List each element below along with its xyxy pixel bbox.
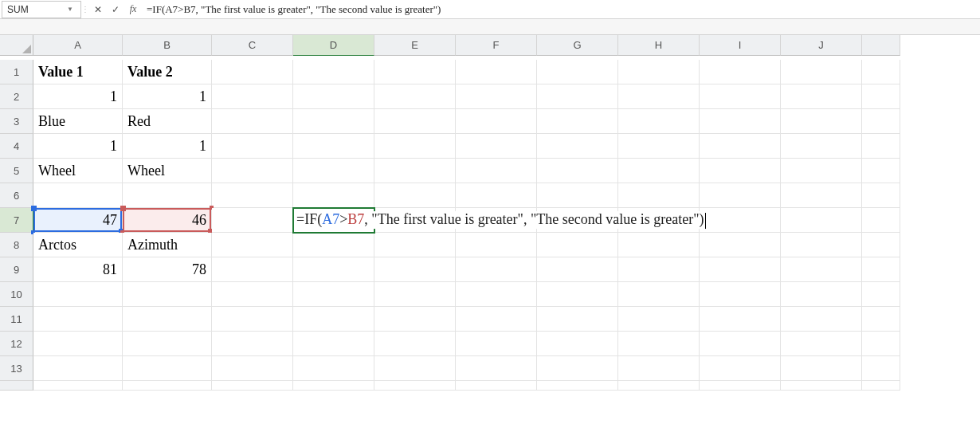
cell-filler-9[interactable]	[862, 257, 900, 282]
cell-D1[interactable]	[293, 60, 374, 84]
cell-H6[interactable]	[618, 183, 700, 208]
cell-D6[interactable]	[293, 183, 374, 208]
row-header-7[interactable]: 7	[0, 208, 33, 233]
cell-I6[interactable]	[700, 183, 781, 208]
cell-A12[interactable]	[33, 332, 123, 356]
cell-D12[interactable]	[293, 332, 374, 356]
cell-F3[interactable]	[456, 109, 537, 134]
accept-formula-button[interactable]: ✓	[107, 1, 124, 18]
cell-G9[interactable]	[537, 257, 618, 282]
cell-B9[interactable]: 78	[123, 257, 212, 282]
cell-C11[interactable]	[212, 307, 293, 332]
column-header-H[interactable]: H	[618, 35, 700, 56]
column-header-F[interactable]: F	[456, 35, 537, 56]
cell-J2[interactable]	[781, 84, 862, 109]
cell-J10[interactable]	[781, 282, 862, 307]
cell-C7[interactable]	[212, 208, 293, 233]
cell-E5[interactable]	[374, 159, 456, 183]
cell-G8[interactable]	[537, 233, 618, 257]
cell-J7[interactable]	[781, 208, 862, 233]
cell-F9[interactable]	[456, 257, 537, 282]
name-box[interactable]: SUM ▼	[2, 1, 81, 18]
select-all-corner[interactable]	[0, 35, 33, 56]
cell-A6[interactable]	[33, 183, 123, 208]
cell-I1[interactable]	[700, 60, 781, 84]
cell-A1[interactable]: Value 1	[33, 60, 123, 84]
cell-J1[interactable]	[781, 60, 862, 84]
cell-E13[interactable]	[374, 356, 456, 381]
cell-filler-7[interactable]	[862, 208, 900, 233]
cell-B4[interactable]: 1	[123, 134, 212, 159]
cell-J11[interactable]	[781, 307, 862, 332]
cell-H2[interactable]	[618, 84, 700, 109]
cell-E8[interactable]	[374, 233, 456, 257]
cell-G12[interactable]	[537, 332, 618, 356]
cell-E10[interactable]	[374, 282, 456, 307]
cell-filler-8[interactable]	[862, 233, 900, 257]
row-header-1[interactable]: 1	[0, 60, 33, 84]
cell-G10[interactable]	[537, 282, 618, 307]
cell-E6[interactable]	[374, 183, 456, 208]
cell-A4[interactable]: 1	[33, 134, 123, 159]
cell-C4[interactable]	[212, 134, 293, 159]
cell-filler-5[interactable]	[862, 159, 900, 183]
column-header-I[interactable]: I	[700, 35, 781, 56]
cell-A9[interactable]: 81	[33, 257, 123, 282]
cell-filler-2[interactable]	[862, 84, 900, 109]
column-header-D[interactable]: D	[293, 35, 374, 56]
cell-I9[interactable]	[700, 257, 781, 282]
cell-J8[interactable]	[781, 233, 862, 257]
cell-B5[interactable]: Wheel	[123, 159, 212, 183]
cell-I3[interactable]	[700, 109, 781, 134]
cell-E12[interactable]	[374, 332, 456, 356]
cell-filler-6[interactable]	[862, 183, 900, 208]
cell-B1[interactable]: Value 2	[123, 60, 212, 84]
cell-E1[interactable]	[374, 60, 456, 84]
cell-F1[interactable]	[456, 60, 537, 84]
cell-I2[interactable]	[700, 84, 781, 109]
row-header-11[interactable]: 11	[0, 307, 33, 332]
cell-B12[interactable]	[123, 332, 212, 356]
cell-C5[interactable]	[212, 159, 293, 183]
spreadsheet-grid[interactable]: ABCDEFGHIJ1Value 1Value 22113BlueRed4115…	[0, 35, 980, 406]
row-header-14-partial[interactable]	[0, 381, 33, 391]
cell-filler-12[interactable]	[862, 332, 900, 356]
cell-D9[interactable]	[293, 257, 374, 282]
row-header-10[interactable]: 10	[0, 282, 33, 307]
cell-F6[interactable]	[456, 183, 537, 208]
cell-H11[interactable]	[618, 307, 700, 332]
cell-E11[interactable]	[374, 307, 456, 332]
cell-E4[interactable]	[374, 134, 456, 159]
cell-A5[interactable]: Wheel	[33, 159, 123, 183]
cell-C6[interactable]	[212, 183, 293, 208]
cell-I11[interactable]	[700, 307, 781, 332]
cell-C3[interactable]	[212, 109, 293, 134]
cell-H3[interactable]	[618, 109, 700, 134]
cell-D2[interactable]	[293, 84, 374, 109]
cell-C9[interactable]	[212, 257, 293, 282]
cell-edit-content[interactable]: =IF(A7>B7, "The first value is greater",…	[296, 211, 708, 229]
cell-G13[interactable]	[537, 356, 618, 381]
cell-A10[interactable]	[33, 282, 123, 307]
cell-I10[interactable]	[700, 282, 781, 307]
row-header-4[interactable]: 4	[0, 134, 33, 159]
cell-B13[interactable]	[123, 356, 212, 381]
cell-A3[interactable]: Blue	[33, 109, 123, 134]
cell-I4[interactable]	[700, 134, 781, 159]
cell-D10[interactable]	[293, 282, 374, 307]
cell-H10[interactable]	[618, 282, 700, 307]
cell-H5[interactable]	[618, 159, 700, 183]
cell-filler-10[interactable]	[862, 282, 900, 307]
cell-D4[interactable]	[293, 134, 374, 159]
column-header-A[interactable]: A	[33, 35, 123, 56]
cell-H9[interactable]	[618, 257, 700, 282]
cell-J4[interactable]	[781, 134, 862, 159]
cell-D13[interactable]	[293, 356, 374, 381]
cell-G1[interactable]	[537, 60, 618, 84]
cell-F8[interactable]	[456, 233, 537, 257]
cell-A2[interactable]: 1	[33, 84, 123, 109]
cell-H12[interactable]	[618, 332, 700, 356]
cell-J12[interactable]	[781, 332, 862, 356]
row-header-12[interactable]: 12	[0, 332, 33, 356]
cell-B11[interactable]	[123, 307, 212, 332]
